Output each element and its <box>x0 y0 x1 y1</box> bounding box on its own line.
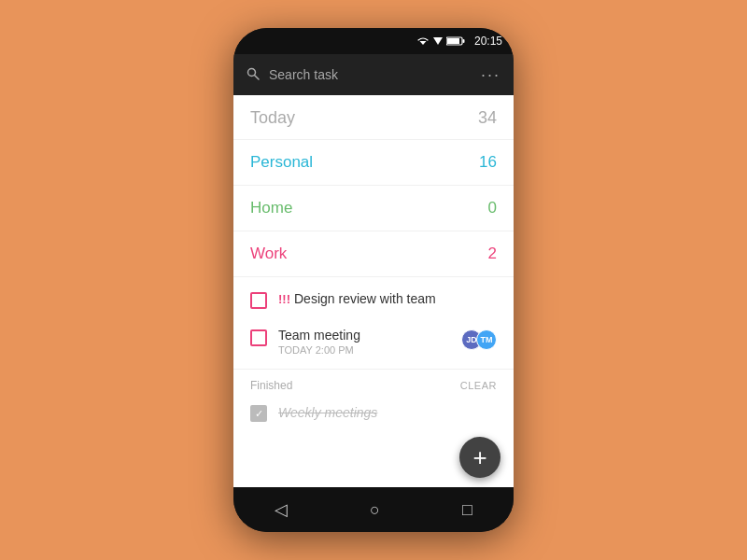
overflow-menu-icon[interactable]: ··· <box>481 65 500 85</box>
finished-task-title-1: Weekly meetings <box>278 405 377 420</box>
category-label-personal: Personal <box>250 153 313 172</box>
svg-rect-4 <box>462 39 464 43</box>
category-row-personal[interactable]: Personal 16 <box>233 140 514 186</box>
task-item-2[interactable]: Team meeting TODAY 2:00 PM JD TM <box>233 318 514 365</box>
today-row: Today 34 <box>233 95 514 140</box>
svg-marker-0 <box>419 41 426 45</box>
svg-rect-3 <box>447 38 459 44</box>
finished-section: Finished CLEAR Weekly meetings <box>233 370 514 431</box>
category-count-personal: 16 <box>479 153 497 172</box>
nav-recents-button[interactable]: □ <box>447 493 487 527</box>
nav-back-button[interactable]: ◁ <box>260 492 303 527</box>
search-icon <box>247 67 260 83</box>
battery-icon <box>446 36 465 46</box>
task-content-2: Team meeting TODAY 2:00 PM <box>278 328 450 356</box>
task-title-2: Team meeting <box>278 328 450 343</box>
task-content-1: !!!Design review with team <box>278 290 497 307</box>
today-count: 34 <box>478 108 497 128</box>
category-label-home: Home <box>250 199 292 217</box>
clear-button[interactable]: CLEAR <box>460 380 497 391</box>
category-count-work: 2 <box>488 245 497 263</box>
bottom-nav: ◁ ○ □ <box>233 487 514 532</box>
priority-icon-1: !!! <box>278 292 290 306</box>
task-title-1: !!!Design review with team <box>278 291 436 306</box>
signal-icon <box>433 36 443 46</box>
task-avatar-2: JD TM <box>461 329 497 350</box>
finished-label: Finished <box>250 379 292 392</box>
wifi-icon <box>416 36 430 46</box>
fab-add-button[interactable]: + <box>459 437 500 478</box>
status-time: 20:15 <box>474 35 502 48</box>
category-row-work[interactable]: Work 2 <box>233 231 514 277</box>
task-subtitle-2: TODAY 2:00 PM <box>278 344 450 356</box>
category-count-home: 0 <box>488 199 497 217</box>
finished-header: Finished CLEAR <box>250 379 497 392</box>
category-row-home[interactable]: Home 0 <box>233 186 514 231</box>
task-section: !!!Design review with team Team meeting … <box>233 277 514 370</box>
main-content: Today 34 Personal 16 Home 0 Work 2 !!! <box>233 95 514 487</box>
finished-checkbox-1[interactable] <box>250 405 267 422</box>
svg-line-6 <box>255 75 260 79</box>
category-label-work: Work <box>250 245 287 263</box>
search-input[interactable]: Search task <box>269 67 472 82</box>
phone-frame: 20:15 Search task ··· Today 34 Personal … <box>233 28 514 532</box>
search-bar[interactable]: Search task ··· <box>233 54 514 95</box>
avatar-2: TM <box>476 329 497 350</box>
task-item-1[interactable]: !!!Design review with team <box>233 281 514 318</box>
svg-marker-1 <box>433 37 443 45</box>
task-checkbox-2[interactable] <box>250 329 267 346</box>
task-checkbox-1[interactable] <box>250 292 267 309</box>
status-bar: 20:15 <box>233 28 514 54</box>
nav-home-button[interactable]: ○ <box>355 493 395 527</box>
finished-task-1: Weekly meetings <box>250 399 497 426</box>
today-label: Today <box>250 108 295 128</box>
